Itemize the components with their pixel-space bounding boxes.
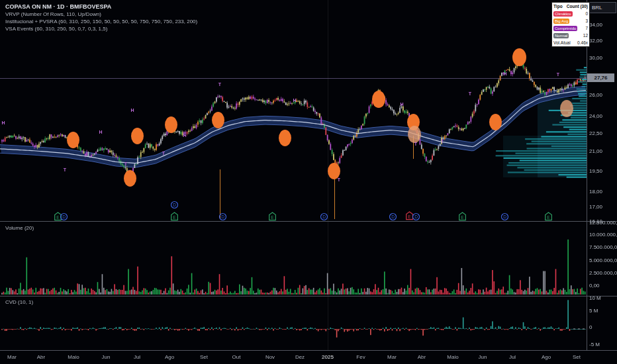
time-axis-label[interactable]: Fev [356,354,365,360]
time-axis-label[interactable]: Ago [542,354,551,360]
price-tick-label: 30,00 [589,55,602,61]
vsa-event-marker [212,112,224,128]
vsa-letter-marker-h: H [183,133,186,138]
vsa-table-footer-value: 0.46x [577,40,588,45]
currency-button[interactable]: BRL [589,2,616,13]
svg-text:E: E [547,214,550,219]
vsa-badge-d[interactable]: D [218,212,227,224]
vsa-table-row: Climático0 [552,10,589,17]
last-price-label: 27,76 [587,73,614,82]
vsa-badge-e[interactable]: E [458,212,467,224]
time-axis-label[interactable]: 2025 [322,354,334,360]
vsa-type-badge: Normal [553,33,569,38]
vsa-letter-marker-h: H [1,120,5,125]
vsa-type-count: 0 [585,11,588,16]
volume-tick-label: 0,00 [589,283,600,289]
svg-text:D: D [391,214,395,219]
svg-text:E: E [271,214,274,219]
vsa-letter-marker-h: H [130,108,134,113]
time-axis-label[interactable]: Mar [387,354,397,360]
vsa-badge-e[interactable]: E [544,212,553,224]
volume-panel-label[interactable]: Volume (20) [5,225,34,231]
vsa-letter-marker-t: T [64,167,66,172]
price-tick-label: 32,00 [589,38,602,44]
vsa-badge-d[interactable]: D [170,200,179,212]
vsa-letter-marker-t: T [124,161,127,166]
vsa-badge-e[interactable]: E [268,212,277,224]
vsa-letter-marker-t: T [218,82,221,87]
indicator-legend-institucional[interactable]: Institucional + PVSRA (60, 310, 250, 150… [5,18,197,25]
cvd-tick-label: 0 [589,324,592,330]
vsa-letter-marker-h: H [99,130,102,134]
vsa-badge-d[interactable]: D [60,212,68,224]
vsa-type-badge: Big Avg [553,19,569,24]
vsa-letter-marker-t: T [469,91,471,96]
time-axis-label[interactable]: Ago [165,354,174,360]
vsa-type-badge: Comprimido [553,26,577,31]
time-axis-label[interactable]: Dez [295,354,305,360]
vsa-table-col-tipo: Tipo [553,4,563,9]
vsa-event-marker [131,128,144,144]
price-tick-label: 21,00 [589,148,602,154]
vsa-table-footer-label: Vol.Atual [553,40,571,45]
price-tick-label: 22,50 [589,130,602,136]
indicator-legend-vsa[interactable]: VSA Events (60, 310, 250, 50, 0,7, 0,3, … [5,25,197,32]
vsa-type-count: 3 [585,19,588,23]
symbol-header: COPASA ON NM · 1D · BMFBOVESPA VRVP (Num… [5,3,197,32]
vsa-event-marker [165,116,177,133]
svg-text:D: D [414,214,418,219]
vsa-event-marker [560,100,573,117]
vsa-event-marker [408,126,421,143]
time-axis-label[interactable]: Maio [447,354,458,360]
vsa-type-count: 7 [585,26,588,30]
time-axis-label[interactable]: Nov [265,354,275,360]
vsa-table-row: Big Avg3 [552,17,589,24]
time-axis-label[interactable]: Jun [479,354,487,360]
svg-text:E: E [461,214,464,219]
vsa-type-badge: Climático [553,11,573,17]
time-axis-label[interactable]: Mar [7,354,17,360]
vsa-type-count: 12 [583,33,588,38]
volume-tick-label: 10.000.000,00 [589,232,617,238]
price-tick-label: 19,50 [589,168,602,174]
svg-text:E: E [173,214,176,219]
time-axis-label[interactable]: Jul [134,354,140,360]
svg-text:D: D [173,203,176,207]
price-tick-label: 17,00 [589,204,602,210]
cvd-panel-label[interactable]: CVD (10, 1) [5,299,33,305]
vsa-table-row: Comprimido7 [552,24,589,32]
price-tick-label: 26,00 [589,92,602,98]
time-axis-label[interactable]: Jun [102,354,111,360]
vsa-letter-marker-t: T [162,151,165,156]
vsa-table-col-count: Count (30) [567,4,588,9]
svg-text:E: E [408,214,411,218]
cvd-tick-label: 5 M [589,308,598,314]
vsa-badge-d[interactable]: D [320,212,328,224]
vsa-event-marker [124,170,136,187]
time-axis-label[interactable]: Set [573,354,581,360]
cvd-tick-label: -5 M [589,341,600,347]
time-axis-label[interactable]: Set [200,354,208,360]
vsa-letter-marker-t: T [414,142,417,146]
vsa-badge-d[interactable]: D [389,212,397,224]
vsa-badge-d[interactable]: D [500,212,509,224]
time-axis-label[interactable]: Out [232,354,241,360]
svg-text:D: D [322,214,326,219]
price-tick-label: 18,00 [589,189,602,195]
vsa-badge-e[interactable]: E [170,212,179,224]
vsa-event-marker [279,130,291,146]
vsa-letter-marker-h: H [400,102,403,107]
time-axis-label[interactable]: Jul [509,354,516,360]
volume-tick-label: 2.500.000,00 [589,270,617,276]
tradingview-chart-window: COPASA ON NM · 1D · BMFBOVESPA VRVP (Num… [0,0,617,364]
vsa-count-table: Tipo Count (30) Climático0Big Avg3Compri… [551,2,590,47]
vsa-badge-d[interactable]: D [412,212,420,224]
vsa-event-marker [489,114,502,130]
svg-text:D: D [503,214,506,219]
time-axis-label[interactable]: Abr [418,354,426,360]
time-axis-label[interactable]: Maio [68,354,79,360]
time-axis-label[interactable]: Abr [37,354,45,360]
indicator-legend-vrvp[interactable]: VRVP (Number Of Rows, 110, Up/Down) [5,11,197,18]
volume-tick-label: 5.000.000,00 [589,257,617,263]
symbol-title[interactable]: COPASA ON NM · 1D · BMFBOVESPA [5,3,197,11]
